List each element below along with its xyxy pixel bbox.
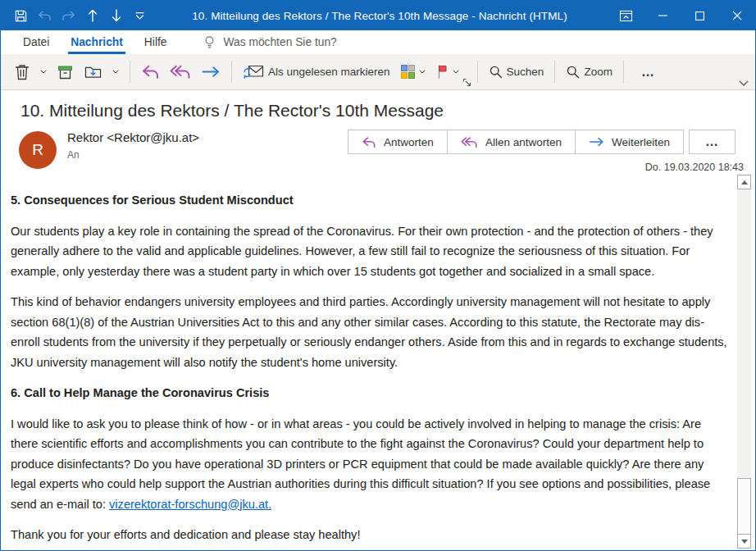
tab-help[interactable]: Hilfe — [134, 30, 178, 54]
forward-action-label: Weiterleiten — [612, 136, 670, 148]
undo-button[interactable] — [33, 1, 57, 30]
reply-icon — [141, 64, 160, 80]
body-paragraph-4: Thank you for your efforts and dedicatio… — [11, 525, 729, 545]
toolbar-separator — [477, 61, 478, 83]
move-to-folder-icon — [84, 64, 102, 80]
reply-icon — [362, 136, 376, 148]
chevron-down-icon — [419, 70, 426, 74]
collapse-ribbon-chevron-icon — [739, 80, 749, 86]
forward-icon — [589, 136, 604, 148]
archive-button[interactable] — [52, 58, 79, 86]
customize-qat-button[interactable] — [128, 1, 152, 30]
zoom-button[interactable]: Zoom — [561, 58, 617, 86]
email-link[interactable]: vizerektorat-forschung@jku.at. — [109, 498, 271, 511]
search-button[interactable]: Suchen — [484, 58, 549, 86]
scroll-up-button[interactable] — [737, 175, 751, 189]
down-arrow-icon — [110, 8, 123, 23]
body-paragraph-3-text: I would like to ask you to please think … — [11, 417, 710, 511]
minimize-button[interactable] — [644, 1, 681, 30]
previous-item-button[interactable] — [80, 1, 104, 30]
redo-icon — [61, 9, 76, 23]
reply-all-button[interactable] — [165, 58, 196, 86]
archive-icon — [57, 64, 74, 80]
message-header: R Rektor <Rektor@jku.at> An Antworten Al… — [1, 121, 755, 173]
body-paragraph-3: I would like to ask you to please think … — [11, 414, 729, 515]
ribbon-display-options-button[interactable] — [608, 1, 644, 30]
message-actions: Antworten Allen antworten Weiterleiten …… — [348, 130, 745, 173]
reply-action-button[interactable]: Antworten — [348, 130, 448, 154]
reply-all-icon — [170, 64, 191, 80]
delete-dropdown[interactable] — [35, 58, 52, 86]
minimize-icon — [658, 15, 667, 16]
forward-icon — [201, 65, 221, 79]
sender-avatar[interactable]: R — [19, 131, 57, 169]
forward-action-button[interactable]: Weiterleiten — [575, 130, 684, 154]
toolbar-separator — [623, 61, 624, 83]
message-body: 5. Consequences for Serious Student Misc… — [1, 173, 755, 550]
toolbar-separator — [130, 61, 130, 83]
zoom-label: Zoom — [584, 66, 613, 78]
dialog-launcher-icon — [462, 78, 471, 87]
delete-button[interactable] — [9, 58, 35, 86]
tell-me-box[interactable]: Was möchten Sie tun? — [203, 30, 336, 54]
tab-message[interactable]: Nachricht — [60, 30, 134, 54]
collapse-ribbon-button[interactable] — [739, 80, 749, 86]
reply-all-action-button[interactable]: Allen antworten — [447, 130, 576, 154]
follow-up-flag-button[interactable] — [430, 58, 464, 86]
more-commands-icon: … — [635, 65, 662, 80]
flag-icon — [435, 64, 449, 80]
up-arrow-icon — [86, 8, 99, 23]
chevron-down-icon — [112, 70, 119, 74]
message-date: Do. 19.03.2020 18:43 — [645, 162, 744, 173]
more-actions-icon: … — [699, 134, 726, 149]
action-buttons: Antworten Allen antworten Weiterleiten … — [348, 130, 736, 154]
title-bar: 10. Mitteilung des Rektors / The Rector'… — [1, 1, 755, 30]
next-item-button[interactable] — [104, 1, 128, 30]
quick-access-toolbar — [1, 1, 152, 30]
mark-unread-label: Als ungelesen markieren — [268, 66, 390, 78]
reply-all-action-label: Allen antworten — [485, 136, 562, 148]
toolbar-separator — [231, 61, 232, 83]
body-paragraph-1: Our students play a key role in containi… — [11, 221, 729, 282]
scroll-down-button[interactable] — [737, 534, 751, 549]
search-label: Suchen — [507, 66, 544, 78]
mark-unread-icon — [243, 64, 265, 80]
scrollbar-thumb[interactable] — [737, 478, 751, 535]
ribbon-display-options-icon — [619, 10, 633, 22]
reply-all-icon — [461, 136, 478, 148]
categorize-button[interactable] — [395, 58, 430, 86]
move-dropdown[interactable] — [107, 58, 124, 86]
vertical-scrollbar[interactable] — [737, 175, 751, 549]
reading-pane: 10. Mitteilung des Rektors / The Rector'… — [1, 90, 755, 550]
sender-name[interactable]: Rektor <Rektor@jku.at> — [67, 130, 199, 144]
more-actions-button[interactable]: … — [689, 130, 736, 154]
body-paragraph-2: This kind of behavior endangers universi… — [11, 292, 729, 372]
customize-qat-icon — [135, 11, 144, 20]
close-button[interactable] — [718, 1, 755, 30]
tags-dialog-launcher[interactable] — [462, 78, 471, 87]
scroll-up-arrow-icon — [741, 180, 748, 184]
redo-button[interactable] — [57, 1, 80, 30]
sender-block: Rektor <Rektor@jku.at> An — [67, 130, 199, 161]
lightbulb-icon — [203, 35, 216, 50]
window-title: 10. Mitteilung des Rektors / The Rector'… — [152, 1, 608, 30]
reply-button[interactable] — [136, 58, 165, 86]
zoom-icon — [566, 65, 581, 80]
message-subject: 10. Mitteilung des Rektors / The Rector'… — [1, 90, 755, 121]
more-commands-button[interactable]: … — [630, 58, 667, 86]
move-to-folder-button[interactable] — [79, 58, 107, 86]
chevron-down-icon — [40, 70, 47, 74]
body-heading-6: 6. Call to Help Manage the Coronavirus C… — [11, 383, 729, 403]
ribbon-toolbar: Als ungelesen markieren Suchen Zoom … — [1, 54, 755, 90]
undo-icon — [37, 9, 52, 23]
body-heading-5: 5. Consequences for Serious Student Misc… — [11, 190, 729, 211]
save-button[interactable] — [9, 1, 33, 30]
maximize-button[interactable] — [681, 1, 718, 30]
save-icon — [14, 9, 28, 23]
tab-file[interactable]: Datei — [12, 30, 60, 54]
window-controls — [608, 1, 755, 30]
forward-button[interactable] — [196, 58, 225, 86]
close-icon — [732, 11, 742, 20]
mark-unread-button[interactable]: Als ungelesen markieren — [238, 58, 395, 86]
delete-icon — [14, 63, 30, 80]
